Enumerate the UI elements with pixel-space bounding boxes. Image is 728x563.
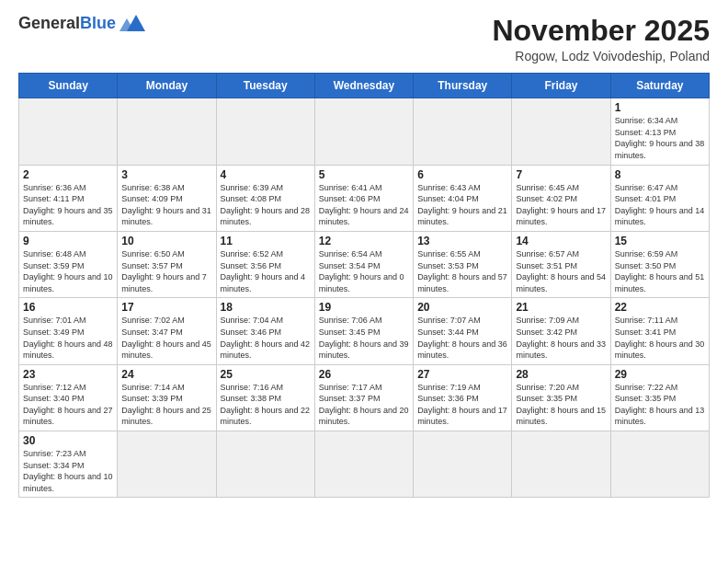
day-info: Sunrise: 7:16 AM Sunset: 3:38 PM Dayligh… <box>221 382 311 428</box>
calendar-cell: 19Sunrise: 7:06 AM Sunset: 3:45 PM Dayli… <box>314 298 413 364</box>
calendar-cell: 13Sunrise: 6:55 AM Sunset: 3:53 PM Dayli… <box>414 231 512 297</box>
calendar-cell: 26Sunrise: 7:17 AM Sunset: 3:37 PM Dayli… <box>314 364 413 431</box>
page: GeneralBlue November 2025 Rogow, Lodz Vo… <box>0 0 728 563</box>
day-number: 11 <box>221 235 311 247</box>
day-info: Sunrise: 6:59 AM Sunset: 3:50 PM Dayligh… <box>615 248 705 294</box>
day-info: Sunrise: 6:36 AM Sunset: 4:11 PM Dayligh… <box>23 182 113 228</box>
day-info: Sunrise: 6:55 AM Sunset: 3:53 PM Dayligh… <box>417 248 507 294</box>
calendar-cell: 14Sunrise: 6:57 AM Sunset: 3:51 PM Dayli… <box>512 231 610 297</box>
calendar-header: SundayMondayTuesdayWednesdayThursdayFrid… <box>19 74 710 98</box>
day-number: 17 <box>121 301 211 314</box>
day-info: Sunrise: 7:09 AM Sunset: 3:42 PM Dayligh… <box>516 315 606 361</box>
calendar-cell <box>512 98 610 165</box>
calendar-cell <box>610 431 709 498</box>
day-info: Sunrise: 7:20 AM Sunset: 3:35 PM Dayligh… <box>516 382 606 428</box>
day-header-tuesday: Tuesday <box>216 74 314 98</box>
day-header-monday: Monday <box>118 74 216 98</box>
day-info: Sunrise: 6:57 AM Sunset: 3:51 PM Dayligh… <box>516 248 606 294</box>
calendar-body: 1Sunrise: 6:34 AM Sunset: 4:13 PM Daylig… <box>19 98 710 498</box>
day-number: 19 <box>319 301 409 314</box>
day-info: Sunrise: 6:47 AM Sunset: 4:01 PM Dayligh… <box>615 182 705 228</box>
logo-icon <box>119 13 147 33</box>
day-info: Sunrise: 7:19 AM Sunset: 3:36 PM Dayligh… <box>417 382 507 428</box>
calendar-cell: 3Sunrise: 6:38 AM Sunset: 4:09 PM Daylig… <box>118 165 216 231</box>
logo-text: GeneralBlue <box>18 15 116 33</box>
calendar-cell: 5Sunrise: 6:41 AM Sunset: 4:06 PM Daylig… <box>314 165 413 231</box>
day-info: Sunrise: 7:23 AM Sunset: 3:34 PM Dayligh… <box>23 448 113 494</box>
calendar-cell: 27Sunrise: 7:19 AM Sunset: 3:36 PM Dayli… <box>414 364 512 431</box>
calendar-cell: 24Sunrise: 7:14 AM Sunset: 3:39 PM Dayli… <box>118 364 216 431</box>
week-row-4: 16Sunrise: 7:01 AM Sunset: 3:49 PM Dayli… <box>19 298 710 364</box>
calendar-cell: 2Sunrise: 6:36 AM Sunset: 4:11 PM Daylig… <box>19 165 118 231</box>
calendar-cell: 23Sunrise: 7:12 AM Sunset: 3:40 PM Dayli… <box>19 364 118 431</box>
day-number: 26 <box>319 368 409 381</box>
calendar-cell <box>216 98 314 165</box>
calendar-cell: 4Sunrise: 6:39 AM Sunset: 4:08 PM Daylig… <box>216 165 314 231</box>
day-header-friday: Friday <box>512 74 610 98</box>
logo: GeneralBlue <box>18 15 147 33</box>
day-number: 23 <box>23 368 113 381</box>
header: GeneralBlue November 2025 Rogow, Lodz Vo… <box>18 15 710 63</box>
calendar-cell <box>414 431 512 498</box>
calendar-cell <box>512 431 610 498</box>
calendar-cell: 22Sunrise: 7:11 AM Sunset: 3:41 PM Dayli… <box>610 298 709 364</box>
day-info: Sunrise: 7:14 AM Sunset: 3:39 PM Dayligh… <box>121 382 211 428</box>
day-number: 22 <box>615 301 705 314</box>
day-info: Sunrise: 6:41 AM Sunset: 4:06 PM Dayligh… <box>319 182 409 228</box>
day-info: Sunrise: 6:50 AM Sunset: 3:57 PM Dayligh… <box>121 248 211 294</box>
calendar-subtitle: Rogow, Lodz Voivodeship, Poland <box>492 49 710 63</box>
day-number: 9 <box>23 235 113 247</box>
day-number: 14 <box>516 235 606 247</box>
day-info: Sunrise: 7:11 AM Sunset: 3:41 PM Dayligh… <box>615 315 705 361</box>
calendar-cell: 21Sunrise: 7:09 AM Sunset: 3:42 PM Dayli… <box>512 298 610 364</box>
title-block: November 2025 Rogow, Lodz Voivodeship, P… <box>492 15 710 63</box>
day-number: 3 <box>121 168 211 181</box>
day-number: 21 <box>516 301 606 314</box>
day-info: Sunrise: 6:34 AM Sunset: 4:13 PM Dayligh… <box>615 115 705 161</box>
day-info: Sunrise: 7:06 AM Sunset: 3:45 PM Dayligh… <box>319 315 409 361</box>
calendar-cell <box>118 98 216 165</box>
calendar-cell <box>216 431 314 498</box>
day-info: Sunrise: 6:43 AM Sunset: 4:04 PM Dayligh… <box>417 182 507 228</box>
day-info: Sunrise: 7:02 AM Sunset: 3:47 PM Dayligh… <box>121 315 211 361</box>
day-number: 12 <box>319 235 409 247</box>
header-row: SundayMondayTuesdayWednesdayThursdayFrid… <box>19 74 710 98</box>
day-number: 24 <box>121 368 211 381</box>
day-number: 4 <box>221 168 311 181</box>
calendar-cell: 25Sunrise: 7:16 AM Sunset: 3:38 PM Dayli… <box>216 364 314 431</box>
calendar-cell <box>314 431 413 498</box>
calendar-cell: 7Sunrise: 6:45 AM Sunset: 4:02 PM Daylig… <box>512 165 610 231</box>
week-row-5: 23Sunrise: 7:12 AM Sunset: 3:40 PM Dayli… <box>19 364 710 431</box>
day-info: Sunrise: 6:45 AM Sunset: 4:02 PM Dayligh… <box>516 182 606 228</box>
calendar-cell <box>19 98 118 165</box>
day-info: Sunrise: 7:07 AM Sunset: 3:44 PM Dayligh… <box>417 315 507 361</box>
week-row-6: 30Sunrise: 7:23 AM Sunset: 3:34 PM Dayli… <box>19 431 710 498</box>
day-number: 25 <box>221 368 311 381</box>
calendar-cell: 29Sunrise: 7:22 AM Sunset: 3:35 PM Dayli… <box>610 364 709 431</box>
calendar-table: SundayMondayTuesdayWednesdayThursdayFrid… <box>18 73 710 498</box>
calendar-cell <box>118 431 216 498</box>
calendar-cell: 1Sunrise: 6:34 AM Sunset: 4:13 PM Daylig… <box>610 98 709 165</box>
calendar-cell: 12Sunrise: 6:54 AM Sunset: 3:54 PM Dayli… <box>314 231 413 297</box>
day-number: 30 <box>23 434 113 447</box>
logo-general: General <box>18 14 80 32</box>
week-row-2: 2Sunrise: 6:36 AM Sunset: 4:11 PM Daylig… <box>19 165 710 231</box>
day-number: 5 <box>319 168 409 181</box>
day-header-thursday: Thursday <box>414 74 512 98</box>
calendar-cell: 28Sunrise: 7:20 AM Sunset: 3:35 PM Dayli… <box>512 364 610 431</box>
day-info: Sunrise: 7:17 AM Sunset: 3:37 PM Dayligh… <box>319 382 409 428</box>
day-info: Sunrise: 7:04 AM Sunset: 3:46 PM Dayligh… <box>221 315 311 361</box>
day-info: Sunrise: 7:01 AM Sunset: 3:49 PM Dayligh… <box>23 315 113 361</box>
day-header-sunday: Sunday <box>19 74 118 98</box>
day-number: 7 <box>516 168 606 181</box>
calendar-cell: 18Sunrise: 7:04 AM Sunset: 3:46 PM Dayli… <box>216 298 314 364</box>
day-number: 10 <box>121 235 211 247</box>
day-info: Sunrise: 6:38 AM Sunset: 4:09 PM Dayligh… <box>121 182 211 228</box>
calendar-cell: 15Sunrise: 6:59 AM Sunset: 3:50 PM Dayli… <box>610 231 709 297</box>
day-number: 29 <box>615 368 705 381</box>
day-info: Sunrise: 6:52 AM Sunset: 3:56 PM Dayligh… <box>221 248 311 294</box>
calendar-cell: 9Sunrise: 6:48 AM Sunset: 3:59 PM Daylig… <box>19 231 118 297</box>
week-row-3: 9Sunrise: 6:48 AM Sunset: 3:59 PM Daylig… <box>19 231 710 297</box>
day-number: 18 <box>221 301 311 314</box>
logo-blue: Blue <box>80 14 116 32</box>
